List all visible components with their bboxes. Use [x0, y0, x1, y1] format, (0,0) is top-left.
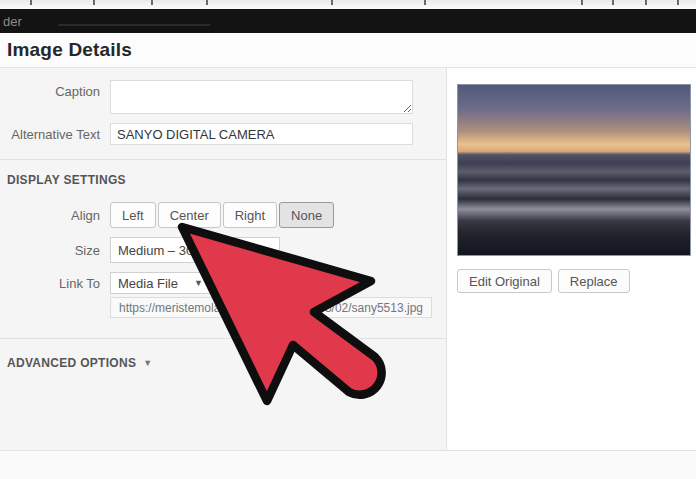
image-settings-panel: Caption Alternative Text DISPLAY SETTING…	[0, 68, 447, 450]
modal-footer	[0, 450, 696, 479]
link-url-row: https://meristemolabs. 5/02/sany5513.jpg	[0, 297, 446, 318]
preview-actions: Edit Original Replace	[457, 269, 692, 293]
align-label: Align	[0, 202, 110, 228]
divider	[0, 338, 446, 339]
image-preview-thumbnail	[457, 84, 691, 256]
caption-label: Caption	[0, 80, 110, 114]
link-to-label: Link To	[0, 272, 110, 294]
browser-tick	[581, 0, 583, 5]
link-to-select-value: Media File	[118, 276, 178, 291]
size-select[interactable]: Medium – 300 ×	[110, 237, 280, 263]
browser-tick	[93, 0, 95, 5]
edit-original-button[interactable]: Edit Original	[457, 269, 552, 293]
caption-input[interactable]	[110, 80, 413, 114]
modal-body: Caption Alternative Text DISPLAY SETTING…	[0, 68, 696, 450]
align-button-group: Left Center Right None	[110, 202, 334, 228]
browser-tick	[424, 0, 426, 5]
link-url-field[interactable]: https://meristemolabs. 5/02/sany5513.jpg	[110, 297, 432, 318]
link-url-prefix: https://meristemolabs.	[119, 301, 236, 315]
modal-header: Image Details	[0, 33, 696, 68]
chevron-down-icon: ▼	[194, 278, 203, 288]
topbar-partial-text: der	[3, 15, 22, 28]
browser-tick	[151, 0, 153, 5]
align-none-button[interactable]: None	[279, 202, 334, 228]
size-row: Size Medium – 300 ×	[0, 237, 446, 263]
advanced-options-toggle[interactable]: ADVANCED OPTIONS ▼	[0, 356, 446, 370]
align-center-button[interactable]: Center	[158, 202, 221, 228]
size-label: Size	[0, 237, 110, 263]
advanced-options-label: ADVANCED OPTIONS	[7, 356, 136, 370]
caption-row: Caption	[0, 80, 446, 114]
divider	[0, 159, 446, 160]
browser-tick	[331, 0, 333, 5]
align-left-button[interactable]: Left	[110, 202, 156, 228]
image-preview-panel: Edit Original Replace	[447, 68, 696, 450]
alt-text-row: Alternative Text	[0, 123, 446, 145]
topbar-decorative-line	[58, 24, 210, 26]
replace-button[interactable]: Replace	[558, 269, 630, 293]
display-settings-heading: DISPLAY SETTINGS	[0, 173, 446, 187]
page-title: Image Details	[7, 39, 132, 61]
browser-tick	[206, 0, 208, 5]
size-select-value: Medium – 300 ×	[118, 243, 212, 258]
alt-text-label: Alternative Text	[0, 123, 110, 145]
align-right-button[interactable]: Right	[223, 202, 277, 228]
browser-tick	[645, 0, 647, 5]
alt-text-field[interactable]	[110, 123, 413, 145]
chevron-down-icon: ▼	[143, 358, 152, 368]
browser-tick	[612, 0, 614, 5]
browser-edge-strip	[0, 0, 696, 9]
link-to-row: Link To Media File ▼	[0, 272, 446, 294]
align-row: Align Left Center Right None	[0, 202, 446, 228]
link-url-spacer	[0, 297, 110, 318]
browser-tick	[677, 0, 679, 5]
media-modal-top-bar: der	[0, 9, 696, 33]
link-to-select[interactable]: Media File ▼	[110, 272, 211, 294]
link-url-suffix: 5/02/sany5513.jpg	[325, 301, 423, 315]
browser-tick	[30, 0, 32, 5]
